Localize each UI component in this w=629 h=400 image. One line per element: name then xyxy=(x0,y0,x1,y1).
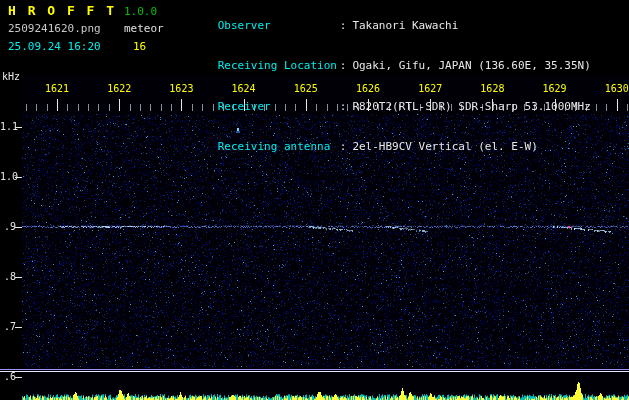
info-value: Takanori Kawachi xyxy=(352,19,458,32)
app-version: 1.0.0 xyxy=(124,6,157,18)
time-label-1630: 1630 xyxy=(603,83,629,94)
time-label-1629: 1629 xyxy=(541,83,569,94)
freq-label-0.9: .9 xyxy=(0,221,16,232)
output-filename: 2509241620.png xyxy=(8,23,101,35)
freq-label-0.8: .8 xyxy=(0,271,16,282)
info-value: 2el-HB9CV Vertical (el. E-W) xyxy=(352,140,537,153)
hrofft-window: H R O F F T 1.0.0 2509241620.png meteor … xyxy=(0,0,629,400)
info-colon: : xyxy=(340,100,347,113)
info-row-antenna: Receiving antenna:2el-HB9CV Vertical (el… xyxy=(178,127,591,168)
info-row-observer: Observer:Takanori Kawachi xyxy=(178,5,591,46)
info-label: Observer xyxy=(218,19,340,33)
time-label-1625: 1625 xyxy=(292,83,320,94)
info-label: Receiving antenna xyxy=(218,140,340,154)
time-label-1622: 1622 xyxy=(105,83,133,94)
info-value: R820T2(RTL-SDR) SDR-Sharp 53.1000MHz xyxy=(352,100,590,113)
info-colon: : xyxy=(340,140,347,153)
freq-unit-label: kHz xyxy=(2,71,20,83)
time-label-1623: 1623 xyxy=(167,83,195,94)
mode-label: meteor xyxy=(124,23,164,35)
info-row-location: Receiving Location:Ogaki, Gifu, JAPAN (1… xyxy=(178,46,591,87)
info-value: Ogaki, Gifu, JAPAN (136.60E, 35.35N) xyxy=(352,59,590,72)
info-colon: : xyxy=(340,19,347,32)
freq-label-0.7: .7 xyxy=(0,321,16,332)
info-colon: : xyxy=(340,59,347,72)
time-label-1621: 1621 xyxy=(43,83,71,94)
time-label-1627: 1627 xyxy=(416,83,444,94)
freq-label-0.6: .6 xyxy=(0,371,16,382)
freq-label-1.1: 1.1 xyxy=(0,121,16,132)
datetime-label: 25.09.24 16:20 xyxy=(8,41,101,53)
time-label-1626: 1626 xyxy=(354,83,382,94)
time-label-1624: 1624 xyxy=(230,83,258,94)
freq-label-1: 1.0 xyxy=(0,171,16,182)
time-label-1628: 1628 xyxy=(478,83,506,94)
meteor-count: 16 xyxy=(133,41,146,53)
app-title: H R O F F T xyxy=(8,5,116,17)
info-label: Receiver xyxy=(218,100,340,114)
info-label: Receiving Location xyxy=(218,59,340,73)
